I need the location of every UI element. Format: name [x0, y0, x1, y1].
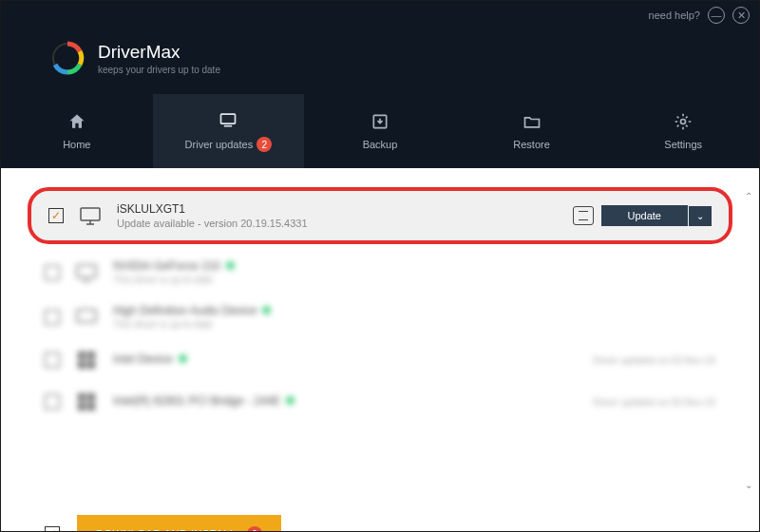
checkbox[interactable] — [45, 310, 60, 325]
folder-icon — [522, 112, 542, 131]
checkbox[interactable] — [45, 352, 60, 368]
scroll-down-icon[interactable]: ⌄ — [742, 478, 755, 491]
checkbox[interactable] — [45, 265, 60, 280]
header: DriverMax keeps your drivers up to date — [1, 29, 759, 94]
app-logo-icon — [48, 39, 86, 77]
windows-icon — [75, 390, 98, 413]
driver-row[interactable]: Intel(R) 82801 PCI Bridge - 244E Driver … — [28, 381, 732, 423]
driver-row-highlighted[interactable]: ✓ iSKLULXGT1 Update available - version … — [28, 187, 732, 244]
svg-rect-6 — [81, 208, 100, 220]
backup-icon — [370, 112, 390, 131]
update-dropdown[interactable]: ⌄ — [689, 206, 712, 226]
checkbox[interactable]: ✓ — [48, 208, 64, 223]
driver-row[interactable]: High Definition Audio DeviceThis driver … — [28, 294, 732, 339]
svg-rect-12 — [78, 352, 86, 359]
svg-rect-15 — [87, 361, 95, 369]
app-subtitle: keeps your drivers up to date — [98, 65, 220, 75]
svg-rect-16 — [78, 393, 86, 401]
download-install-button[interactable]: DOWNLOAD AND INSTALL 2 — [77, 515, 281, 532]
gear-icon — [674, 112, 693, 131]
tab-restore-label: Restore — [513, 139, 550, 150]
svg-rect-13 — [87, 352, 95, 359]
driver-info: iSKLULXGT1 Update available - version 20… — [117, 202, 573, 229]
svg-rect-14 — [78, 361, 86, 369]
brand-text: DriverMax keeps your drivers up to date — [98, 42, 220, 75]
monitor-icon — [218, 110, 238, 129]
svg-point-5 — [681, 120, 686, 124]
tab-restore[interactable]: Restore — [456, 94, 608, 168]
bottom-bar: ✓ DOWNLOAD AND INSTALL 2 — [1, 503, 759, 532]
driver-list: ✓ iSKLULXGT1 Update available - version … — [1, 168, 759, 503]
svg-point-1 — [61, 51, 74, 65]
titlebar: need help? — ✕ — [1, 1, 759, 29]
close-button[interactable]: ✕ — [732, 7, 750, 24]
monitor-icon — [79, 204, 102, 227]
scroll-up-icon[interactable]: ⌃ — [742, 189, 755, 202]
download-label: DOWNLOAD AND INSTALL — [96, 528, 236, 532]
notes-icon[interactable] — [573, 206, 594, 225]
main-tabs: Home Driver updates2 Backup Restore Sett… — [1, 94, 759, 168]
update-button[interactable]: Update — [601, 205, 688, 226]
svg-rect-19 — [87, 403, 95, 410]
tab-backup[interactable]: Backup — [304, 94, 456, 168]
svg-rect-17 — [87, 393, 95, 401]
driver-status: Update available - version 20.19.15.4331 — [117, 218, 573, 229]
windows-icon — [75, 349, 98, 371]
svg-rect-9 — [77, 265, 96, 277]
svg-rect-11 — [77, 310, 96, 322]
tab-updates-label: Driver updates2 — [185, 137, 273, 152]
updates-badge: 2 — [256, 137, 272, 152]
select-all-checkbox[interactable]: ✓ — [45, 526, 60, 532]
driver-name: iSKLULXGT1 — [117, 202, 573, 216]
checkbox[interactable] — [45, 394, 60, 409]
tab-home[interactable]: Home — [1, 94, 153, 168]
svg-rect-18 — [78, 403, 86, 410]
tab-driver-updates[interactable]: Driver updates2 — [153, 94, 305, 168]
tab-backup-label: Backup — [363, 139, 398, 150]
driver-row[interactable]: NVIDIA GeForce 210This driver is up-to-d… — [28, 250, 732, 294]
tab-settings-label: Settings — [664, 139, 702, 150]
home-icon — [67, 112, 86, 131]
minimize-button[interactable]: — — [708, 7, 725, 24]
driver-row[interactable]: Intel Device Driver updated on 03-Nov-16 — [28, 339, 732, 381]
app-title: DriverMax — [98, 42, 220, 63]
update-control: Update ⌄ — [573, 205, 712, 226]
svg-rect-2 — [221, 114, 236, 124]
scrollbar[interactable]: ⌃ ⌄ — [742, 189, 755, 491]
monitor-icon — [75, 261, 98, 284]
help-link[interactable]: need help? — [649, 10, 700, 21]
tab-settings[interactable]: Settings — [607, 94, 759, 168]
audio-icon — [75, 306, 98, 329]
tab-home-label: Home — [63, 139, 90, 150]
download-badge: 2 — [247, 526, 262, 532]
